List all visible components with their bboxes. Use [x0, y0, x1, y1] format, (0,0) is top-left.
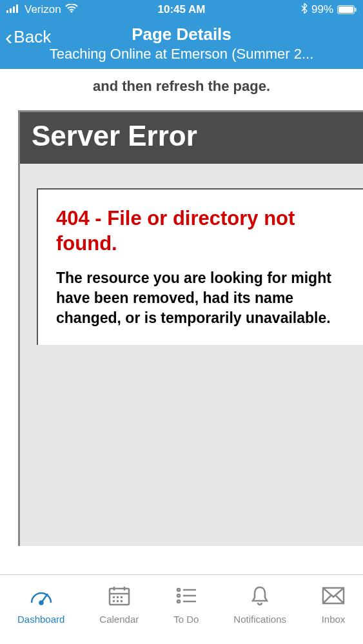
status-right: 99% [301, 3, 357, 17]
carrier-label: Verizon [25, 3, 61, 16]
svg-rect-10 [110, 589, 129, 605]
svg-point-9 [39, 601, 43, 605]
nav-header: ‹ Back Page Details Teaching Online at E… [0, 19, 363, 69]
todo-icon [174, 584, 199, 607]
refresh-instruction: and then refresh the page. [0, 69, 363, 110]
signal-icon [6, 3, 21, 16]
svg-point-4 [70, 11, 72, 13]
svg-rect-19 [121, 600, 123, 602]
tab-notifications[interactable]: Notifications [233, 584, 286, 625]
tab-label: Notifications [233, 614, 286, 625]
calendar-icon [107, 584, 132, 607]
tab-inbox[interactable]: Inbox [321, 584, 346, 625]
svg-rect-6 [338, 6, 353, 13]
tab-label: Inbox [322, 614, 346, 625]
status-bar: Verizon 10:45 AM 99% [0, 0, 363, 19]
content-area[interactable]: and then refresh the page. Server Error … [0, 69, 363, 546]
error-code-heading: 404 - File or directory not found. [56, 206, 357, 257]
svg-rect-0 [6, 10, 8, 13]
svg-rect-17 [113, 600, 115, 602]
dashboard-icon [29, 584, 54, 607]
inbox-icon [321, 584, 346, 607]
error-box: 404 - File or directory not found. The r… [37, 188, 363, 345]
back-label: Back [14, 27, 51, 47]
svg-rect-15 [117, 596, 119, 598]
svg-rect-3 [16, 5, 18, 13]
battery-icon [337, 5, 357, 14]
chevron-left-icon: ‹ [5, 26, 12, 48]
tab-todo[interactable]: To Do [173, 584, 199, 625]
svg-rect-14 [113, 596, 115, 598]
svg-rect-7 [355, 8, 357, 12]
error-panel: Server Error 404 - File or directory not… [18, 110, 363, 546]
battery-percent: 99% [311, 3, 333, 16]
status-left: Verizon [6, 3, 78, 16]
bell-icon [248, 584, 272, 607]
tab-bar: Dashboard Calendar To Do Notifications I… [0, 574, 363, 644]
page-subtitle: Teaching Online at Emerson (Summer 2... [6, 46, 357, 63]
error-description: The resource you are looking for might h… [56, 268, 357, 328]
bluetooth-icon [301, 3, 308, 17]
svg-rect-16 [121, 596, 123, 598]
svg-point-20 [177, 589, 180, 591]
wifi-icon [65, 3, 78, 16]
status-time: 10:45 AM [157, 3, 205, 16]
tab-label: Calendar [99, 614, 139, 625]
svg-rect-2 [13, 6, 15, 13]
server-error-title: Server Error [20, 112, 363, 164]
tab-label: Dashboard [17, 614, 64, 625]
svg-rect-1 [10, 8, 12, 13]
back-button[interactable]: ‹ Back [5, 26, 51, 48]
tab-label: To Do [173, 614, 199, 625]
tab-dashboard[interactable]: Dashboard [17, 584, 64, 625]
svg-point-22 [177, 594, 180, 597]
page-title: Page Details [6, 24, 357, 44]
svg-point-24 [177, 600, 180, 603]
svg-rect-18 [117, 600, 119, 602]
tab-calendar[interactable]: Calendar [99, 584, 139, 625]
